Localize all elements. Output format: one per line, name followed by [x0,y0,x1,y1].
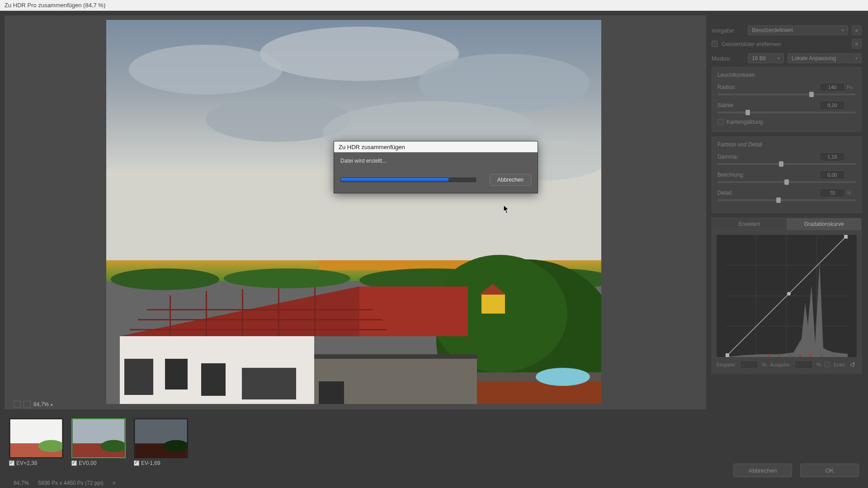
thumb-underexposed [134,418,188,458]
tone-curve[interactable] [717,235,857,357]
curve-input-label: Eingabe: [717,362,736,367]
svg-rect-22 [170,296,171,336]
exposure-param: Belichtung: 0,00 [717,170,856,183]
radius-unit: Px [847,84,856,90]
svg-point-1 [129,45,283,94]
thumb-checkbox[interactable] [9,460,14,466]
thumb-ev-label: EV-1,69 [141,460,160,466]
svg-rect-30 [201,363,226,396]
exposure-label: Belichtung: [717,172,744,178]
progress-bar [340,178,476,182]
bit-depth-value: 16 Bit [752,55,766,61]
status-bar: 84,7% 5936 Px x 4450 Px (72 ppi) > [14,480,116,486]
tab-advanced[interactable]: Erweitert [712,218,787,230]
corner-checkbox[interactable] [825,362,830,367]
strength-value[interactable]: 0,20 [820,101,845,110]
mode-label: Modus: [712,55,744,62]
svg-rect-19 [147,309,373,310]
ghost-options-button[interactable]: ≡ [852,39,862,49]
chevron-down-icon: ▾ [855,56,858,61]
exposure-thumbnails: EV+2,36 EV0,00 EV-1,69 [9,418,188,466]
svg-rect-31 [242,368,296,399]
svg-point-46 [163,440,188,452]
preset-options-button[interactable]: ≡ [852,25,862,35]
svg-point-43 [101,440,126,452]
svg-rect-23 [206,291,207,336]
window-title: Zu HDR Pro zusammenfügen (84,7 %) [5,2,105,9]
progress-fill [341,178,448,182]
svg-rect-8 [319,260,472,270]
detail-param: Detail: 70 % [717,188,856,201]
strength-param: Stärke: 0,20 [717,101,856,113]
tone-mapping-select[interactable]: Lokale Anpassung ▾ [788,53,862,63]
ghost-removal-label: Geisterbilder entfernen [722,41,781,47]
reset-curve-icon[interactable]: ↺ [849,361,857,369]
zoom-level-select[interactable]: 84,7%▾ [33,401,53,408]
fit-screen-icon[interactable] [14,401,21,408]
svg-rect-24 [242,289,243,336]
svg-rect-25 [278,288,279,336]
strength-slider[interactable] [717,112,856,113]
tone-detail-title: Farbton und Detail [717,141,856,148]
svg-point-63 [787,292,791,296]
gamma-label: Gamma: [717,154,738,160]
zoom-bar: 84,7%▾ [14,399,53,409]
thumbnail[interactable]: EV-1,69 [134,418,188,466]
status-zoom: 84,7% [14,480,29,486]
svg-point-40 [38,440,63,452]
bit-depth-select[interactable]: 16 Bit ▾ [748,53,784,63]
thumbnail[interactable]: EV+2,36 [9,418,63,466]
ghost-removal-checkbox[interactable] [712,41,718,47]
settings-panel: Vorgabe: Benutzerdefiniert ▾ ≡ Geisterbi… [712,25,862,374]
ok-button[interactable]: OK [800,464,859,477]
svg-rect-44 [135,419,187,443]
curve-output-field[interactable] [795,361,813,369]
svg-rect-29 [165,359,188,389]
preset-select[interactable]: Benutzerdefiniert ▾ [748,25,848,35]
edge-glow-title: Leuchtkonturen [717,72,856,78]
window-titlebar: Zu HDR Pro zusammenfügen (84,7 %) [0,0,868,11]
status-arrow-icon: > [113,480,116,486]
thumb-ev-label: EV+2,36 [16,460,37,466]
svg-rect-20 [138,319,382,320]
chevron-down-icon: ▾ [842,28,844,33]
curve-input-field[interactable] [740,361,758,369]
tone-detail-section: Farbton und Detail Gamma: 1,15 Belichtun… [712,136,862,213]
thumb-checkbox[interactable] [71,460,77,466]
radius-slider[interactable] [717,94,856,95]
edge-smoothing-checkbox[interactable] [717,119,724,125]
svg-marker-18 [120,286,359,336]
progress-cancel-button[interactable]: Abbrechen [490,174,531,186]
detail-value[interactable]: 70 [820,188,845,197]
preview-image[interactable] [106,20,601,404]
detail-slider[interactable] [717,199,856,201]
exposure-value[interactable]: 0,00 [820,170,845,179]
radius-param: Radius: 140 Px [717,83,856,95]
thumbnail[interactable]: EV0,00 [71,418,126,466]
svg-point-9 [111,268,219,290]
thumb-overexposed [9,418,63,458]
gamma-value[interactable]: 1,15 [820,152,845,161]
edge-glow-section: Leuchtkonturen Radius: 140 Px Stärke: 0,… [712,67,862,132]
pct-label: % [762,362,766,367]
thumb-checkbox[interactable] [134,460,139,466]
corner-label: Ecke [834,362,844,367]
svg-rect-61 [726,353,729,357]
chevron-down-icon: ▾ [51,403,53,407]
svg-rect-21 [130,329,387,330]
tab-curve[interactable]: Gradationskurve [787,218,861,230]
radius-value[interactable]: 140 [820,83,845,92]
hdr-preview-illustration [106,20,601,404]
curve-panel: Eingabe: % Ausgabe: % Ecke ↺ [712,230,862,374]
radius-label: Radius: [717,84,736,90]
gamma-slider[interactable] [717,163,856,165]
tone-mapping-value: Lokale Anpassung [792,55,836,61]
detail-unit: % [847,190,856,196]
actual-pixels-icon[interactable] [24,401,31,408]
zoom-value: 84,7% [33,401,49,408]
cancel-button[interactable]: Abbrechen [733,464,792,477]
progress-dialog-title: Zu HDR zusammenfügen [334,141,538,152]
svg-rect-28 [124,359,153,395]
exposure-slider[interactable] [717,181,856,183]
progress-dialog: Zu HDR zusammenfügen Datei wird erstellt… [334,141,538,193]
